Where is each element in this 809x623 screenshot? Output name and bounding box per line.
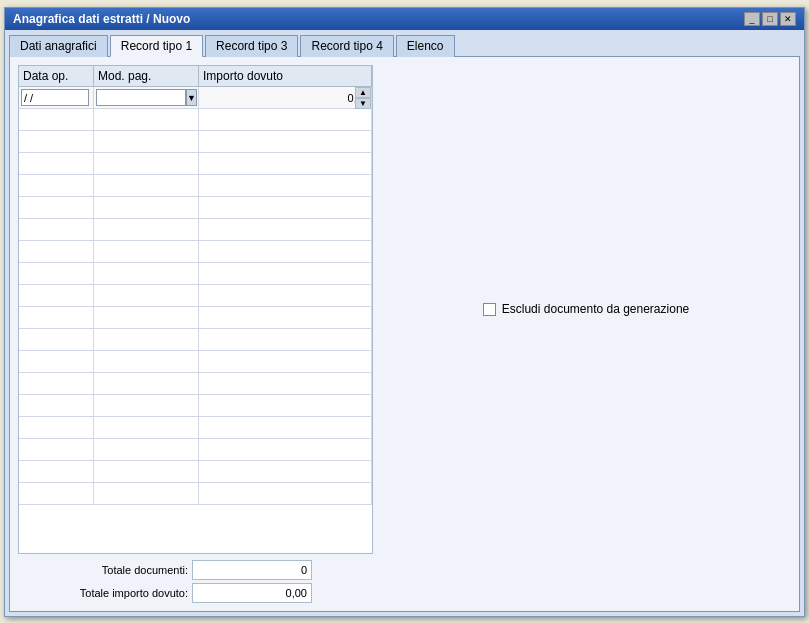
table-row — [19, 285, 372, 307]
tab-record-tipo-4[interactable]: Record tipo 4 — [300, 35, 393, 57]
table-row — [19, 153, 372, 175]
table-row — [19, 351, 372, 373]
table-row — [19, 131, 372, 153]
table-row — [19, 461, 372, 483]
table-row — [19, 307, 372, 329]
table-row — [19, 197, 372, 219]
cell-date-1 — [19, 87, 94, 109]
minimize-button[interactable]: _ — [744, 12, 760, 26]
table-row: Imp. non fraz. ▼ 0,00 ▲ ▼ — [19, 87, 372, 109]
tab-record-tipo-3[interactable]: Record tipo 3 — [205, 35, 298, 57]
content-area: Data op. Mod. pag. Importo dovuto — [9, 56, 800, 612]
scroll-down-btn[interactable]: ▼ — [355, 98, 371, 109]
cell-mod-1: Imp. non fraz. ▼ — [94, 87, 199, 109]
table-row — [19, 175, 372, 197]
date-input-1[interactable] — [21, 89, 89, 106]
totale-importo-row: Totale importo dovuto: — [18, 583, 791, 603]
table-row — [19, 483, 372, 505]
mod-input-1[interactable]: Imp. non fraz. — [96, 89, 186, 106]
table-row — [19, 109, 372, 131]
tab-record-tipo-1[interactable]: Record tipo 1 — [110, 35, 203, 57]
footer-totals: Totale documenti: Totale importo dovuto: — [18, 554, 791, 603]
totale-documenti-row: Totale documenti: — [18, 560, 791, 580]
escludi-checkbox-label[interactable]: Escludi documento da generazione — [483, 302, 689, 316]
totale-documenti-label: Totale documenti: — [18, 564, 188, 576]
close-button[interactable]: ✕ — [780, 12, 796, 26]
main-window: Anagrafica dati estratti / Nuovo _ □ ✕ D… — [4, 7, 805, 617]
totale-importo-label: Totale importo dovuto: — [18, 587, 188, 599]
title-bar: Anagrafica dati estratti / Nuovo _ □ ✕ — [5, 8, 804, 30]
cell-importo-1: 0,00 ▲ ▼ — [199, 87, 372, 109]
tabs-bar: Dati anagrafici Record tipo 1 Record tip… — [5, 30, 804, 56]
table-row — [19, 373, 372, 395]
table-row — [19, 439, 372, 461]
table-body[interactable]: Imp. non fraz. ▼ 0,00 ▲ ▼ — [18, 86, 373, 554]
table-row — [19, 219, 372, 241]
window-title: Anagrafica dati estratti / Nuovo — [13, 12, 190, 26]
maximize-button[interactable]: □ — [762, 12, 778, 26]
totale-importo-value[interactable] — [192, 583, 312, 603]
col-header-importo-dovuto: Importo dovuto — [199, 66, 372, 86]
table-header: Data op. Mod. pag. Importo dovuto — [18, 65, 373, 86]
table-row — [19, 329, 372, 351]
table-section: Data op. Mod. pag. Importo dovuto — [18, 65, 373, 554]
scroll-up-btn[interactable]: ▲ — [355, 87, 371, 98]
main-layout: Data op. Mod. pag. Importo dovuto — [18, 65, 791, 554]
tab-dati-anagrafici[interactable]: Dati anagrafici — [9, 35, 108, 57]
table-row — [19, 241, 372, 263]
table-row — [19, 417, 372, 439]
tab-elenco[interactable]: Elenco — [396, 35, 455, 57]
table-row — [19, 395, 372, 417]
totale-documenti-value[interactable] — [192, 560, 312, 580]
title-bar-buttons: _ □ ✕ — [744, 12, 796, 26]
escludi-checkbox[interactable] — [483, 303, 496, 316]
escludi-label-text: Escludi documento da generazione — [502, 302, 689, 316]
mod-dropdown-btn-1[interactable]: ▼ — [186, 89, 197, 106]
table-row — [19, 263, 372, 285]
col-header-data-op: Data op. — [19, 66, 94, 86]
right-section: Escludi documento da generazione — [381, 65, 791, 554]
col-header-mod-pag: Mod. pag. — [94, 66, 199, 86]
